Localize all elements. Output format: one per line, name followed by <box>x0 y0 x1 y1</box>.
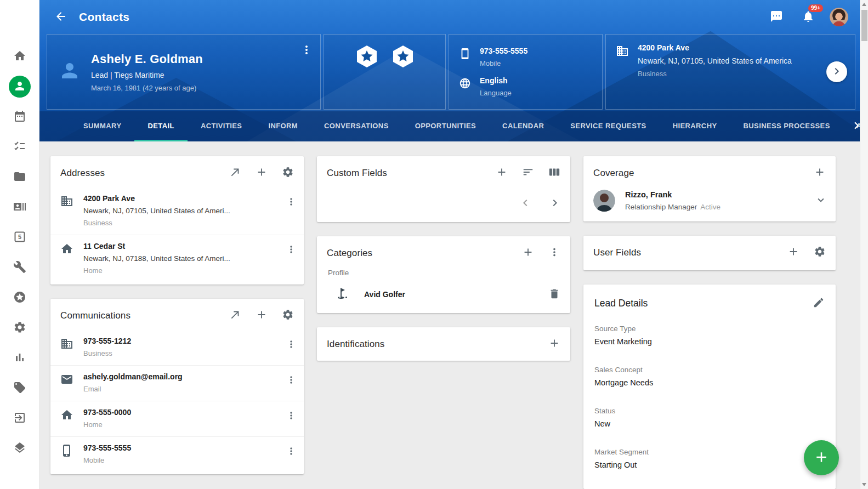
tab-detail[interactable]: DETAIL <box>134 111 187 141</box>
hexagon-star-badge-icon[interactable] <box>391 44 415 71</box>
communications-add-button[interactable] <box>256 309 268 322</box>
column-1: Addresses 4200 Park Ave Newark, <box>50 156 304 474</box>
golf-flag-icon <box>336 287 349 302</box>
communication-list-item[interactable]: 973-555-5555 Mobile <box>50 436 304 472</box>
identifications-card: Identifications <box>317 327 570 361</box>
vertical-scrollbar[interactable] <box>860 0 868 489</box>
communication-type: Business <box>83 349 277 357</box>
communications-open-button[interactable] <box>229 309 241 322</box>
lead-field-label: Market Segment <box>594 448 825 456</box>
messages-button[interactable] <box>766 7 787 27</box>
sidebar-item-settings[interactable] <box>13 321 27 335</box>
sidebar-item-contact-cards[interactable] <box>13 200 27 214</box>
lead-field: Market Segment Starting Out <box>583 442 836 484</box>
add-record-fab[interactable] <box>804 440 839 475</box>
custom-fields-sort-button[interactable] <box>522 166 534 180</box>
hexagon-star-badge-icon[interactable] <box>355 44 379 71</box>
custom-fields-title: Custom Fields <box>327 168 387 179</box>
home-icon <box>60 242 73 258</box>
tab-hierarchy[interactable]: HIERARCHY <box>660 111 730 141</box>
address-item-menu-button[interactable] <box>283 194 299 211</box>
custom-fields-prev-page-button[interactable] <box>519 196 532 211</box>
number-5-icon: 5 <box>13 230 26 245</box>
communication-item-menu-button[interactable] <box>283 408 299 424</box>
categories-card: Categories Profile Avid Golfer <box>317 236 570 313</box>
categories-add-button[interactable] <box>522 246 534 260</box>
lead-details-card: Lead Details Source Type Event Marketing… <box>583 285 836 489</box>
communication-list-item[interactable]: ashely.goldman@email.org Email <box>50 365 304 401</box>
custom-fields-add-button[interactable] <box>496 166 508 180</box>
scrollbar-thumb[interactable] <box>861 10 867 41</box>
tab-calendar[interactable]: CALENDAR <box>489 111 557 141</box>
sidebar-item-layers[interactable] <box>13 441 27 456</box>
communication-list-item[interactable]: 973-555-1212 Business <box>50 330 304 365</box>
category-list-item[interactable]: Avid Golfer <box>317 282 570 313</box>
tab-summary[interactable]: SUMMARY <box>70 111 134 141</box>
coverage-list-item[interactable]: Rizzo, Frank Relationship ManagerActive <box>583 187 836 221</box>
scrollbar-up-arrow[interactable] <box>862 3 866 6</box>
category-delete-button[interactable] <box>548 288 560 302</box>
kebab-menu-icon <box>300 43 313 58</box>
communication-item-menu-button[interactable] <box>283 372 299 389</box>
primary-phone: 973-555-5555 Mobile <box>459 47 592 67</box>
gear-icon <box>13 321 26 336</box>
coverage-expand-button[interactable] <box>815 194 827 208</box>
exit-to-app-icon <box>13 411 26 426</box>
sidebar-item-offers[interactable] <box>13 381 27 395</box>
menu-button[interactable] <box>9 10 30 31</box>
communication-item-menu-button[interactable] <box>283 337 299 353</box>
sidebar-item-home[interactable] <box>13 49 27 64</box>
communication-item-menu-button[interactable] <box>283 443 299 460</box>
address-list-item[interactable]: 11 Cedar St Newark, NJ, 07188, United St… <box>50 235 304 282</box>
address-list-item[interactable]: 4200 Park Ave Newark, NJ, 07105, United … <box>50 187 304 235</box>
profile-strip-next-button[interactable] <box>826 61 847 82</box>
profile-more-menu-button[interactable] <box>296 40 317 61</box>
back-button[interactable] <box>50 7 71 27</box>
user-avatar[interactable] <box>830 8 848 26</box>
kebab-menu-icon <box>548 246 560 260</box>
identifications-add-button[interactable] <box>548 337 560 351</box>
tab-business-processes[interactable]: BUSINESS PROCESSES <box>730 111 843 141</box>
custom-fields-columns-button[interactable] <box>548 166 560 180</box>
column-3: Coverage <box>583 156 836 489</box>
addresses-card: Addresses 4200 Park Ave Newark, <box>50 156 304 285</box>
sidebar-item-queue[interactable]: 5 <box>13 230 27 244</box>
sidebar-item-calendar[interactable] <box>13 110 27 124</box>
tab-inform[interactable]: INFORM <box>255 111 311 141</box>
gear-icon <box>282 309 294 322</box>
kebab-menu-icon <box>286 446 297 458</box>
user-fields-add-button[interactable] <box>787 246 799 259</box>
addresses-add-button[interactable] <box>256 166 268 180</box>
communication-type: Email <box>83 385 277 393</box>
user-fields-card: User Fields <box>583 236 836 270</box>
tab-opportunities[interactable]: OPPORTUNITIES <box>402 111 489 141</box>
contacts-person-icon <box>13 79 26 94</box>
address-item-menu-button[interactable] <box>283 242 299 258</box>
tab-activities[interactable]: ACTIVITIES <box>188 111 256 141</box>
address-type: Home <box>83 266 277 275</box>
communications-settings-button[interactable] <box>282 309 294 322</box>
lead-field: Sales Concept Mortgage Needs <box>583 360 836 401</box>
sidebar-item-rewards[interactable] <box>13 291 27 305</box>
categories-menu-button[interactable] <box>548 246 560 260</box>
scrollbar-down-arrow[interactable] <box>862 483 866 486</box>
open-diagonal-arrow-icon <box>229 166 241 180</box>
addresses-settings-button[interactable] <box>282 166 294 180</box>
sidebar-item-documents[interactable] <box>13 170 27 184</box>
communication-list-item[interactable]: 973-555-0000 Home <box>50 401 304 436</box>
sidebar-item-tools[interactable] <box>13 260 27 275</box>
sidebar-item-tasks[interactable] <box>13 140 27 154</box>
sidebar-item-reports[interactable] <box>13 351 27 365</box>
business-building-icon <box>60 195 73 210</box>
tab-conversations[interactable]: CONVERSATIONS <box>311 111 402 141</box>
addresses-open-button[interactable] <box>229 166 241 180</box>
sidebar-item-signout[interactable] <box>13 411 27 425</box>
tab-service-requests[interactable]: SERVICE REQUESTS <box>557 111 659 141</box>
detail-content: Addresses 4200 Park Ave Newark, <box>39 141 868 489</box>
user-fields-settings-button[interactable] <box>814 246 826 259</box>
custom-fields-next-page-button[interactable] <box>548 196 561 211</box>
lead-details-edit-button[interactable] <box>813 297 825 310</box>
sidebar-item-contacts[interactable] <box>9 76 31 98</box>
coverage-add-button[interactable] <box>814 166 826 180</box>
lead-field-label: Sales Concept <box>594 366 825 374</box>
